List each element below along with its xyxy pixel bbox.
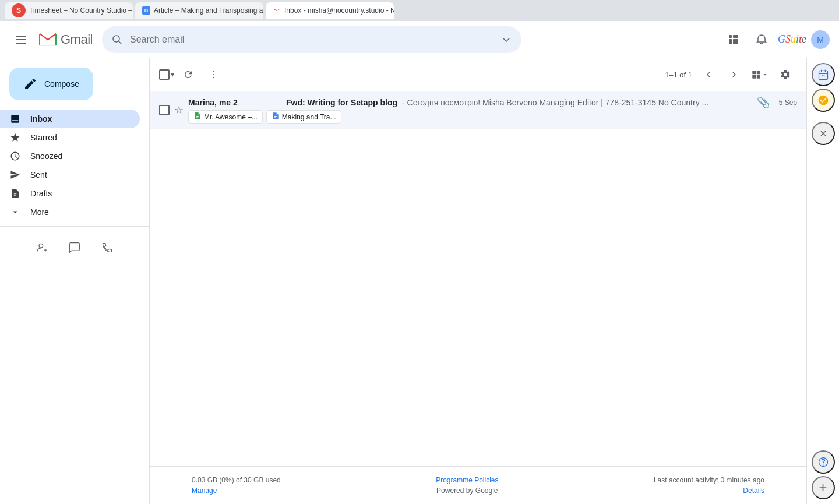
sidebar-item-sent[interactable]: Sent xyxy=(0,165,140,184)
tab-harvest[interactable]: S Timesheet – No Country Studio – Harves… xyxy=(5,2,133,19)
more-options-button[interactable] xyxy=(202,63,225,86)
prev-page-button[interactable] xyxy=(697,63,720,86)
hamburger-button[interactable] xyxy=(9,28,33,51)
star-icon[interactable]: ☆ xyxy=(174,104,184,117)
search-bar[interactable] xyxy=(102,26,521,53)
sidebar-item-starred[interactable]: Starred xyxy=(0,128,140,147)
inbox-label: Inbox xyxy=(30,114,131,124)
add-contact-icon xyxy=(36,242,48,253)
svg-rect-14 xyxy=(729,41,732,44)
view-options-button[interactable] xyxy=(748,63,771,86)
chip-1-label: Mr. Awesome –... xyxy=(204,113,258,121)
select-dropdown-icon[interactable]: ▾ xyxy=(171,71,174,79)
main-content: ▾ 1– xyxy=(149,58,806,504)
email-list: ☆ Marina, me 2 Fwd: Writing for Setapp b… xyxy=(150,91,806,279)
footer-center: Programme Policies Powered by Google xyxy=(436,476,498,495)
gmail-header: Gmail xyxy=(0,21,839,58)
tab-docs[interactable]: D Article – Making and Transposing an Em… xyxy=(135,2,263,19)
close-sidebar-button[interactable] xyxy=(812,122,835,145)
starred-label: Starred xyxy=(30,133,131,142)
calendar-sidebar-button[interactable]: 31 xyxy=(812,63,835,86)
svg-point-18 xyxy=(39,244,43,248)
notifications-icon xyxy=(756,34,767,45)
email-checkbox[interactable] xyxy=(159,105,170,115)
tab-favicon-gmail xyxy=(273,6,281,15)
search-dropdown-button[interactable] xyxy=(500,34,512,45)
details-link[interactable]: Details xyxy=(654,487,764,495)
select-all-wrap: ▾ xyxy=(159,69,174,80)
phone-icon xyxy=(101,242,113,253)
email-chip-2[interactable]: Making and Tra... xyxy=(266,110,341,124)
select-all-checkbox[interactable] xyxy=(159,69,170,80)
svg-rect-16 xyxy=(735,41,738,44)
apps-button[interactable] xyxy=(722,28,745,51)
sidebar-item-drafts[interactable]: Drafts xyxy=(0,184,140,203)
add-contact-button[interactable] xyxy=(30,236,54,259)
chat-button[interactable] xyxy=(63,236,86,259)
svg-rect-8 xyxy=(729,35,732,38)
email-chip-1[interactable]: Mr. Awesome –... xyxy=(188,110,263,124)
footer-right: Last account activity: 0 minutes ago Det… xyxy=(654,476,764,495)
compose-button[interactable]: Compose xyxy=(9,68,93,100)
sidebar-item-inbox[interactable]: Inbox xyxy=(0,110,140,128)
svg-rect-26 xyxy=(752,75,756,79)
svg-point-22 xyxy=(213,74,214,75)
email-footer: 0.03 GB (0%) of 30 GB used Manage Progra… xyxy=(150,466,806,504)
add-plugin-button[interactable]: + xyxy=(812,476,835,499)
programme-policies-link[interactable]: Programme Policies xyxy=(436,476,498,484)
next-page-button[interactable] xyxy=(722,63,746,86)
notifications-button[interactable] xyxy=(750,28,773,51)
email-subject: Fwd: Writing for Setapp blog xyxy=(286,98,397,107)
right-sidebar: 31 + xyxy=(806,58,839,504)
refresh-icon xyxy=(183,69,193,80)
tab-gmail[interactable]: Inbox - misha@nocountry.studio - No Coun… xyxy=(266,2,394,19)
more-icon xyxy=(9,207,21,217)
chat-icon xyxy=(69,242,80,253)
close-icon xyxy=(819,129,828,138)
search-dropdown-icon xyxy=(500,34,512,45)
inbox-icon xyxy=(9,114,21,124)
email-snippet: - Сегодня посмотрю! Misha Berveno Managi… xyxy=(402,98,752,107)
phone-button[interactable] xyxy=(96,236,119,259)
toolbar-left: ▾ xyxy=(159,63,225,86)
manage-link[interactable]: Manage xyxy=(192,487,281,495)
more-options-icon xyxy=(209,69,219,80)
svg-rect-4 xyxy=(16,43,26,44)
email-row-top: Marina, me 2 Fwd: Writing for Setapp blo… xyxy=(188,96,797,109)
gmail-logo: Gmail xyxy=(37,29,93,50)
sidebar-item-snoozed[interactable]: Snoozed xyxy=(0,147,140,165)
apps-icon xyxy=(728,34,739,45)
sent-label: Sent xyxy=(30,170,131,179)
gsuite-label: GSuite xyxy=(778,33,806,45)
page-info: 1–1 of 1 xyxy=(662,71,695,79)
sidebar-item-more[interactable]: More xyxy=(0,203,140,221)
add-icon: + xyxy=(819,480,827,496)
settings-button[interactable] xyxy=(774,63,797,86)
tab-docs-label: Article – Making and Transposing an Emai… xyxy=(154,6,263,15)
empty-area xyxy=(150,279,806,467)
avatar[interactable]: M xyxy=(811,30,830,49)
email-date: 5 Sep xyxy=(779,98,797,107)
starred-icon xyxy=(9,132,21,143)
tab-favicon-s: S xyxy=(12,3,26,17)
feedback-button[interactable] xyxy=(812,450,835,474)
gsuite-brand: GSuite xyxy=(778,33,806,45)
refresh-button[interactable] xyxy=(177,63,200,86)
next-page-icon xyxy=(729,69,739,80)
snoozed-label: Snoozed xyxy=(30,151,131,161)
search-icon xyxy=(111,34,123,45)
svg-text:31: 31 xyxy=(821,75,825,78)
tasks-sidebar-button[interactable] xyxy=(812,89,835,112)
svg-rect-2 xyxy=(16,36,26,37)
view-icon xyxy=(751,69,762,80)
toolbar-right: 1–1 of 1 xyxy=(662,63,797,86)
prev-page-icon xyxy=(703,69,714,80)
gmail-app: Gmail xyxy=(0,21,839,504)
svg-rect-27 xyxy=(757,75,760,79)
feedback-icon xyxy=(817,456,829,468)
compose-icon xyxy=(23,77,37,91)
more-label: More xyxy=(30,207,131,217)
svg-rect-25 xyxy=(757,71,760,74)
table-row[interactable]: ☆ Marina, me 2 Fwd: Writing for Setapp b… xyxy=(150,91,806,129)
search-input[interactable] xyxy=(130,34,493,45)
